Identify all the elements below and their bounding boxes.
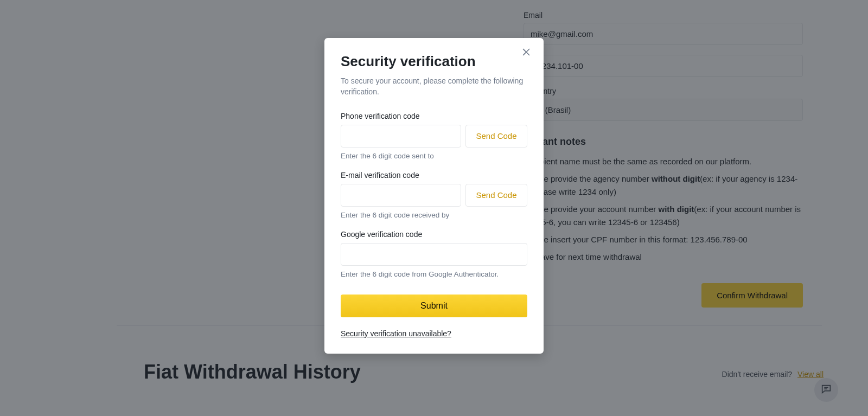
modal-subtitle: To secure your account, please complete … bbox=[341, 75, 527, 98]
phone-code-group: Phone verification code Send Code Enter … bbox=[341, 112, 527, 160]
modal-overlay: Security verification To secure your acc… bbox=[0, 0, 868, 416]
phone-code-input[interactable] bbox=[341, 125, 461, 148]
modal-title: Security verification bbox=[341, 53, 527, 70]
google-code-hint: Enter the 6 digit code from Google Authe… bbox=[341, 270, 527, 278]
send-phone-code-button[interactable]: Send Code bbox=[465, 125, 527, 148]
email-code-label: E-mail verification code bbox=[341, 171, 527, 180]
close-icon bbox=[522, 49, 531, 58]
email-code-group: E-mail verification code Send Code Enter… bbox=[341, 171, 527, 219]
phone-code-hint: Enter the 6 digit code sent to bbox=[341, 152, 527, 160]
google-code-input[interactable] bbox=[341, 243, 527, 266]
security-verification-modal: Security verification To secure your acc… bbox=[324, 38, 544, 354]
verification-unavailable-link[interactable]: Security verification unavailable? bbox=[341, 329, 451, 338]
google-code-label: Google verification code bbox=[341, 230, 527, 239]
submit-button[interactable]: Submit bbox=[341, 295, 527, 317]
email-code-hint: Enter the 6 digit code received by bbox=[341, 211, 527, 219]
close-button[interactable] bbox=[522, 48, 534, 60]
google-code-group: Google verification code Enter the 6 dig… bbox=[341, 230, 527, 278]
phone-code-label: Phone verification code bbox=[341, 112, 527, 120]
send-email-code-button[interactable]: Send Code bbox=[465, 184, 527, 207]
email-code-input[interactable] bbox=[341, 184, 461, 207]
